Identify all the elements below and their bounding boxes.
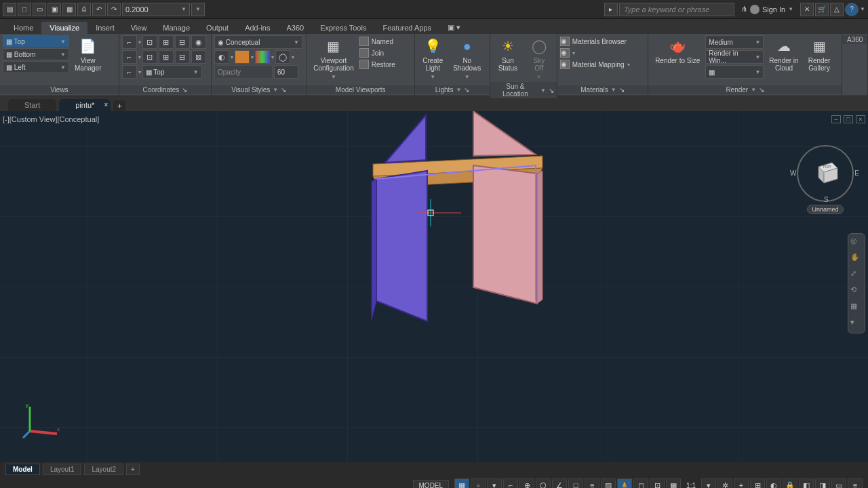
panel-launcher-icon[interactable]: ↘ — [619, 86, 625, 94]
search-input[interactable]: Type a keyword or phrase — [619, 3, 734, 16]
redo-icon[interactable]: ↷ — [107, 3, 121, 16]
ucs-world-btn[interactable]: ⊡ — [142, 35, 157, 49]
lighting-btn[interactable]: ◯ — [275, 50, 290, 64]
tab-express[interactable]: Express Tools — [312, 22, 374, 34]
view-left[interactable]: ▦ Left▼ — [3, 61, 69, 73]
pan-icon[interactable]: ✋ — [850, 253, 863, 265]
scale-combo[interactable]: 0.2000 ▼ — [122, 3, 190, 16]
ucs-view-btn[interactable]: ⊟ — [175, 50, 190, 64]
viewport-named-button[interactable]: Named — [359, 37, 395, 46]
help-icon[interactable]: ? — [845, 3, 859, 16]
panel-launcher-icon[interactable]: ↘ — [182, 86, 187, 94]
render-to-size-button[interactable]: 🫖 Render to Size — [651, 35, 704, 66]
tab-a360[interactable]: A360 — [278, 22, 312, 34]
full-nav-wheel-icon[interactable]: ◎ — [850, 237, 863, 249]
ucs-3point-btn[interactable]: ⌐ — [122, 65, 137, 79]
face-style-btn[interactable]: ◐ — [214, 50, 229, 64]
viewport-config-button[interactable]: ▦ Viewport Configuration ▼ — [309, 35, 357, 82]
selection-cycling-icon[interactable]: 🧍 — [617, 479, 632, 488]
drawing-canvas[interactable]: [-][Custom View][Conceptual] – □ × x — [0, 111, 868, 462]
model-space-button[interactable]: MODEL — [413, 480, 450, 489]
tab-home[interactable]: Home — [5, 22, 41, 34]
ucs-y-btn[interactable]: ⊡ — [142, 50, 157, 64]
transparency-icon[interactable]: ▨ — [601, 479, 616, 488]
view-top[interactable]: ▦ Top▼ — [3, 35, 69, 47]
ucs-origin-btn[interactable]: ⊟ — [175, 35, 190, 49]
polar-tracking-icon[interactable]: ⊕ — [519, 479, 534, 488]
tab-visualize[interactable]: Visualize — [41, 22, 87, 34]
ucs-face-btn[interactable]: ⊠ — [191, 50, 206, 64]
viewport-restore-button[interactable]: Restore — [359, 60, 395, 69]
stay-connected-icon[interactable]: △ — [830, 3, 844, 16]
zoom-extents-icon[interactable]: ⤢ — [850, 269, 863, 281]
panel-launcher-icon[interactable]: ↘ — [464, 86, 469, 94]
ucs-icon-btn[interactable]: ⌐ — [122, 35, 137, 49]
isodraft-icon[interactable]: ⬡ — [536, 479, 551, 488]
grid-display-icon[interactable]: ▦ — [454, 479, 469, 488]
ribbon-expand-icon[interactable]: ▣ ▾ — [439, 21, 469, 34]
showmotion-icon[interactable]: ▦ — [850, 302, 863, 314]
new-icon[interactable]: □ — [18, 3, 31, 16]
qat-dropdown[interactable]: ▼ — [191, 3, 205, 16]
snap-mode-icon[interactable]: ▫ — [471, 479, 486, 488]
named-views-list[interactable]: ▦ Top▼ ▦ Bottom▼ ▦ Left▼ — [3, 35, 69, 73]
tab-layout1[interactable]: Layout1 — [43, 464, 82, 475]
render-quality-combo[interactable]: Medium▼ — [705, 35, 764, 49]
viewport-join-button[interactable]: Join — [359, 48, 395, 58]
face-color-btn[interactable] — [235, 50, 250, 64]
search-dropdown[interactable]: ▸ — [604, 3, 618, 16]
undo-icon[interactable]: ↶ — [92, 3, 106, 16]
print-icon[interactable]: ⎙ — [77, 3, 91, 16]
render-env-button[interactable]: ▦▼ — [705, 65, 764, 79]
lock-ui-icon[interactable]: 🔒 — [783, 479, 797, 488]
close-tab-icon[interactable]: × — [104, 101, 108, 108]
tab-output[interactable]: Output — [198, 22, 237, 34]
osnap-tracking-icon[interactable]: ∠ — [552, 479, 567, 488]
ucs-x-btn[interactable]: ⌐ — [122, 50, 137, 64]
sky-off-button[interactable]: ◯ Sky Off ▼ — [524, 35, 554, 82]
add-tab-button[interactable]: + — [113, 100, 125, 111]
orbit-icon[interactable]: ⟲ — [850, 285, 863, 298]
render-in-cloud-button[interactable]: ☁ Render in Cloud — [765, 35, 802, 73]
materials-toggle-button[interactable]: ◉▾ — [560, 48, 575, 58]
tab-model[interactable]: Model — [5, 464, 40, 475]
quick-properties-icon[interactable]: ◐ — [766, 479, 781, 488]
panel-launcher-icon[interactable]: ↘ — [759, 86, 764, 94]
materials-browser-button[interactable]: ◉Materials Browser — [560, 37, 627, 46]
render-in-combo[interactable]: Render in Win...▼ — [705, 50, 764, 64]
annotation-monitor-icon[interactable]: + — [734, 479, 749, 488]
clean-screen-icon[interactable]: ▭ — [831, 479, 846, 488]
tab-addins[interactable]: Add-ins — [237, 22, 278, 34]
tab-layout2[interactable]: Layout2 — [84, 464, 123, 475]
viewcube-unnamed-label[interactable]: Unnamed — [807, 205, 843, 214]
create-light-button[interactable]: 💡 Create Light ▼ — [418, 35, 448, 82]
material-mapping-button[interactable]: ◉Material Mapping ▾ — [560, 60, 630, 69]
visual-style-combo[interactable]: ◉ Conceptual▼ — [214, 35, 302, 49]
tab-document[interactable]: pintu*× — [59, 99, 111, 111]
signin-button[interactable]: ⋔ Sign In ▼ — [736, 5, 799, 14]
customization-icon[interactable]: ≡ — [848, 479, 863, 488]
cart-icon[interactable]: 🛒 — [815, 3, 829, 16]
opacity-value[interactable]: 60 — [274, 65, 298, 79]
tab-view[interactable]: View — [123, 22, 155, 34]
save-icon[interactable]: ▣ — [47, 3, 61, 16]
ucs-object-btn[interactable]: ◉ — [191, 35, 206, 49]
ucs-z-btn[interactable]: ⊞ — [159, 50, 174, 64]
panel-launcher-icon[interactable]: ↘ — [281, 86, 286, 94]
snap-dropdown-icon[interactable]: ▾ — [487, 479, 502, 488]
tab-start[interactable]: Start — [8, 99, 56, 111]
sun-status-button[interactable]: ☀ Sun Status — [493, 35, 523, 73]
dynamic-ucs-icon[interactable]: ⊡ — [650, 479, 665, 488]
view-bottom[interactable]: ▦ Bottom▼ — [3, 48, 69, 60]
selection-filter-icon[interactable]: ▦ — [666, 479, 681, 488]
annotation-scale[interactable]: 1:1 — [682, 481, 700, 489]
ortho-mode-icon[interactable]: ⌐ — [503, 479, 518, 488]
hardware-accel-icon[interactable]: ◨ — [815, 479, 830, 488]
2d-osnap-icon[interactable]: □ — [568, 479, 583, 488]
panel-launcher-icon[interactable]: ↘ — [549, 87, 554, 94]
app-menu-icon[interactable]: ▤ — [3, 3, 16, 16]
render-gallery-button[interactable]: ▦ Render Gallery — [804, 35, 835, 73]
lineweight-icon[interactable]: ≡ — [585, 479, 599, 488]
add-layout-button[interactable]: + — [126, 464, 140, 475]
edge-style-btn[interactable] — [255, 50, 270, 64]
